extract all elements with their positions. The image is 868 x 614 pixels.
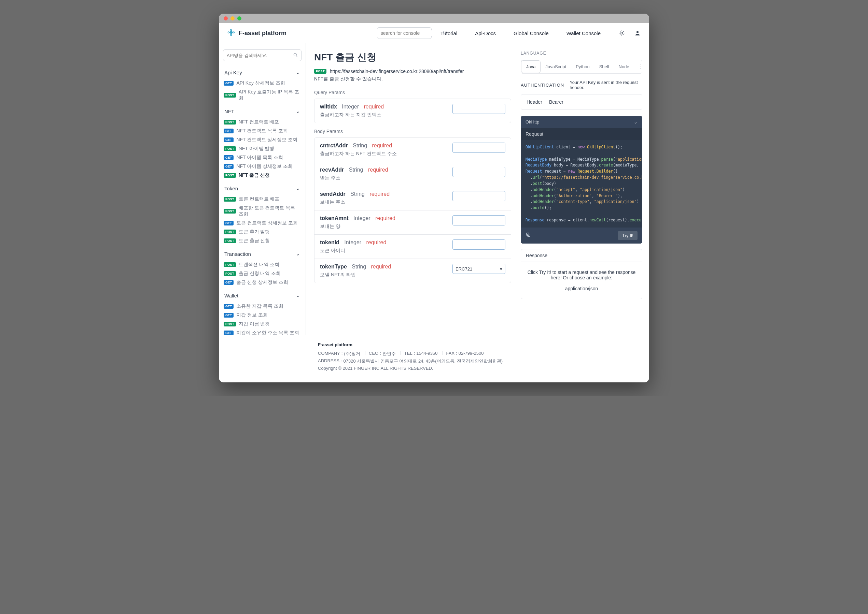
sidebar-item[interactable]: POSTNFT 아이템 발행 bbox=[223, 144, 302, 153]
param-input[interactable] bbox=[453, 191, 506, 201]
language-heading: LANGUAGE bbox=[521, 51, 642, 56]
user-icon[interactable] bbox=[634, 29, 641, 37]
chevron-down-icon[interactable]: ⌄ bbox=[634, 119, 638, 124]
sidebar-item[interactable]: POST토큰 컨트랙트 배포 bbox=[223, 195, 302, 204]
sidebar-item[interactable]: GETNFT 아이템 목록 조회 bbox=[223, 153, 302, 162]
sidebar-group-label: Wallet bbox=[224, 293, 238, 298]
sidebar-item[interactable]: GET토큰 컨트랙트 상세정보 조회 bbox=[223, 219, 302, 228]
param-description: 보내는 주소 bbox=[320, 199, 448, 205]
sidebar-item[interactable]: GETAPI Key 상세정보 조회 bbox=[223, 79, 302, 88]
nav-link[interactable]: Wallet Console bbox=[566, 30, 600, 36]
method-badge: POST bbox=[224, 173, 236, 178]
param-row: tokenAmnt Integer required 보내는 양 bbox=[314, 210, 511, 234]
language-tab[interactable]: JavaScript bbox=[541, 61, 571, 73]
copy-icon[interactable] bbox=[526, 232, 531, 239]
sidebar-item[interactable]: POSTNFT 컨트랙트 배포 bbox=[223, 118, 302, 127]
maximize-icon[interactable] bbox=[237, 16, 241, 20]
param-type: Integer bbox=[344, 239, 361, 245]
try-it-button[interactable]: Try It! bbox=[618, 231, 638, 240]
sidebar-group-header[interactable]: Wallet⌄ bbox=[223, 290, 302, 301]
param-type: Integer bbox=[342, 104, 359, 110]
chevron-down-icon: ⌄ bbox=[296, 108, 300, 114]
sidebar-group-header[interactable]: NFT⌄ bbox=[223, 105, 302, 117]
param-input[interactable] bbox=[453, 239, 506, 250]
sidebar-item[interactable]: POSTNFT 출금 신청 bbox=[223, 171, 302, 180]
sidebar-item[interactable]: POST배포한 토큰 컨트랙트 목록 조회 bbox=[223, 204, 302, 219]
sidebar-item[interactable]: GET출금 신청 상세정보 조회 bbox=[223, 278, 302, 287]
param-input[interactable] bbox=[453, 143, 506, 153]
brand-logo-icon bbox=[227, 28, 235, 38]
svg-point-8 bbox=[294, 53, 296, 56]
minimize-icon[interactable] bbox=[230, 16, 235, 20]
sidebar-item[interactable]: POST출금 신청 내역 조회 bbox=[223, 269, 302, 278]
sidebar-item-label: 토큰 추가 발행 bbox=[239, 229, 270, 235]
language-tab[interactable]: Shell bbox=[594, 61, 614, 73]
query-params-card: wlltIdx Integer required 출금하고자 하는 지갑 인덱스 bbox=[314, 99, 511, 123]
sidebar-item[interactable]: POST토큰 출금 신청 bbox=[223, 236, 302, 245]
param-input[interactable] bbox=[453, 167, 506, 177]
language-more-icon[interactable]: ⋮ bbox=[634, 60, 642, 73]
sidebar-item[interactable]: GET지갑 정보 조회 bbox=[223, 311, 302, 319]
param-description: 토큰 아이디 bbox=[320, 248, 448, 254]
param-description: 출금하고자 하는 NFT 컨트랙트 주소 bbox=[320, 151, 448, 157]
param-description: 받는 주소 bbox=[320, 175, 448, 181]
param-row: wlltIdx Integer required 출금하고자 하는 지갑 인덱스 bbox=[314, 99, 511, 123]
sidebar-group-header[interactable]: Api Key⌄ bbox=[223, 67, 302, 78]
method-badge: GET bbox=[224, 330, 233, 335]
auth-heading: AUTHENTICATION bbox=[521, 82, 564, 88]
sidebar-item[interactable]: GET소유한 지갑 목록 조회 bbox=[223, 302, 302, 311]
sidebar-item[interactable]: GETNFT 컨트랙트 목록 조회 bbox=[223, 127, 302, 135]
nav-link[interactable]: Api-Docs bbox=[475, 30, 496, 36]
sidebar-item-label: 지갑이 소유한 주소 목록 조회 bbox=[236, 330, 299, 335]
search-console-input[interactable] bbox=[381, 30, 440, 36]
language-tab[interactable]: Java bbox=[521, 60, 541, 73]
param-name: wlltIdx bbox=[320, 104, 337, 110]
method-badge: POST bbox=[224, 146, 236, 151]
sidebar-item-label: 소유한 지갑 목록 조회 bbox=[236, 303, 283, 309]
sidebar-item-label: API Key 상세정보 조회 bbox=[236, 80, 285, 86]
chevron-down-icon: ⌄ bbox=[296, 69, 300, 75]
response-mime[interactable]: application/json bbox=[526, 286, 637, 291]
sidebar-item[interactable]: POST지갑 이름 변경 bbox=[223, 319, 302, 329]
sidebar-item[interactable]: POST트랜잭션 내역 조회 bbox=[223, 260, 302, 269]
topbar: F-asset platform TutorialApi-DocsGlobal … bbox=[219, 23, 649, 43]
search-console[interactable] bbox=[377, 27, 432, 39]
sidebar-item[interactable]: GET지갑이 소유한 주소 목록 조회 bbox=[223, 329, 302, 335]
param-required: required bbox=[372, 143, 392, 148]
param-description: 보내는 양 bbox=[320, 223, 448, 229]
sidebar-item[interactable]: POSTAPI Key 호출가능 IP 목록 조회 bbox=[223, 88, 302, 103]
brand-title: F-asset platform bbox=[239, 29, 286, 37]
theme-toggle-icon[interactable] bbox=[618, 29, 625, 37]
sidebar-item[interactable]: POST토큰 추가 발행 bbox=[223, 228, 302, 236]
param-input[interactable] bbox=[453, 215, 506, 225]
param-row: cntrctAddr String required 출금하고자 하는 NFT … bbox=[314, 138, 511, 162]
sidebar-group-header[interactable]: Token⌄ bbox=[223, 183, 302, 194]
param-input[interactable] bbox=[453, 104, 506, 114]
sidebar-search-input[interactable] bbox=[227, 53, 291, 58]
sidebar-item[interactable]: GETNFT 아이템 상세정보 조회 bbox=[223, 162, 302, 171]
language-tab[interactable]: Node bbox=[614, 61, 634, 73]
param-select[interactable]: ERC721▾ bbox=[453, 264, 506, 274]
svg-point-0 bbox=[230, 31, 233, 33]
code-request-label: Request bbox=[521, 128, 642, 140]
auth-text: Your API Key is sent in the request head… bbox=[569, 80, 642, 90]
method-badge: POST bbox=[224, 120, 236, 124]
nav-link[interactable]: Tutorial bbox=[440, 30, 457, 36]
sidebar: Api Key⌄GETAPI Key 상세정보 조회POSTAPI Key 호출… bbox=[219, 43, 306, 335]
sidebar-item-label: NFT 아이템 상세정보 조회 bbox=[236, 163, 292, 169]
sidebar-search[interactable] bbox=[223, 50, 302, 61]
sidebar-group-header[interactable]: Transaction⌄ bbox=[223, 248, 302, 260]
section-query-params: Query Params bbox=[314, 90, 511, 95]
right-panel: LANGUAGE JavaJavaScriptPythonShellNode ⋮… bbox=[520, 43, 649, 335]
param-name: tokenId bbox=[320, 239, 339, 245]
svg-point-4 bbox=[230, 34, 232, 36]
close-icon[interactable] bbox=[224, 16, 228, 20]
nav-link[interactable]: Global Console bbox=[513, 30, 549, 36]
brand[interactable]: F-asset platform bbox=[227, 28, 286, 38]
sidebar-item[interactable]: GETNFT 컨트랙트 상세정보 조회 bbox=[223, 135, 302, 144]
footer-segment: TEL : 1544-9350 bbox=[404, 350, 446, 357]
method-badge: GET bbox=[224, 155, 233, 160]
method-badge: POST bbox=[224, 229, 236, 234]
language-tab[interactable]: Python bbox=[571, 61, 594, 73]
param-row: recvAddr String required 받는 주소 bbox=[314, 162, 511, 186]
